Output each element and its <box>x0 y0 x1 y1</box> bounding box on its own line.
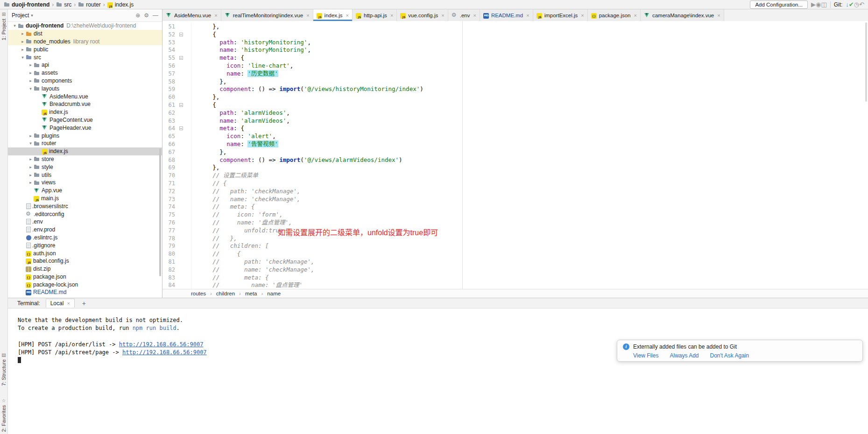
editor-scrollbar[interactable] <box>865 22 867 102</box>
tree-chevron-icon[interactable]: ▾ <box>28 86 34 91</box>
tab-close-icon[interactable]: × <box>441 13 444 18</box>
code-breadcrumb-meta[interactable]: meta <box>245 291 257 296</box>
breadcrumb-item-duoji-frontend[interactable]: duoji-frontend <box>4 1 49 8</box>
fold-marker-icon[interactable]: − <box>179 56 183 60</box>
tree-chevron-icon[interactable]: ▸ <box>20 47 26 52</box>
tree-item-package-lock.json[interactable]: package-lock.json <box>8 280 162 288</box>
tree-item-style[interactable]: ▸style <box>8 163 162 171</box>
tree-item-dist.zip[interactable]: dist.zip <box>8 265 162 273</box>
tree-item-components[interactable]: ▸components <box>8 77 162 85</box>
tree-item-assets[interactable]: ▸assets <box>8 69 162 77</box>
tree-item-duoji-frontend[interactable]: ▾duoji-frontendD:\zheheWeb\duoji-fronten… <box>8 22 162 30</box>
breadcrumb-item-src[interactable]: src <box>56 1 71 8</box>
project-panel-title[interactable]: Project <box>12 12 29 19</box>
code-editor[interactable]: 51 },52− {53 path: 'historyMonitoring',5… <box>162 21 868 289</box>
tree-item-dist[interactable]: ▸dist <box>8 30 162 38</box>
tab-close-icon[interactable]: × <box>306 13 309 18</box>
tree-item-src[interactable]: ▾src <box>8 53 162 61</box>
terminal-tab-local[interactable]: Local × <box>46 299 75 308</box>
run-icon[interactable]: ▶ <box>811 1 816 8</box>
breadcrumb-item-index.js[interactable]: index.js <box>107 1 134 8</box>
tree-item-node_modules[interactable]: ▸node_moduleslibrary root <box>8 38 162 46</box>
tree-item-views[interactable]: ▸views <box>8 179 162 187</box>
terminal-output[interactable]: Note that the development build is not o… <box>8 308 868 434</box>
editor-tab-http-api.js[interactable]: http-api.js× <box>353 9 397 21</box>
tree-item-pageheader.vue[interactable]: PageHeader.vue <box>8 124 162 132</box>
tab-close-icon[interactable]: × <box>581 13 584 18</box>
editor-tab-vue.config.js[interactable]: vue.config.js× <box>397 9 448 21</box>
tree-item-package.json[interactable]: package.json <box>8 273 162 281</box>
editor-tab-cameramanage-index.vue[interactable]: cameraManage\index.vue× <box>641 9 724 21</box>
project-scrollbar[interactable] <box>159 148 161 276</box>
tree-item-.env[interactable]: .env <box>8 218 162 226</box>
tree-chevron-icon[interactable]: ▾ <box>12 23 18 28</box>
fold-marker-icon[interactable]: − <box>179 126 183 130</box>
tree-chevron-icon[interactable]: ▸ <box>28 180 34 185</box>
terminal-link[interactable]: http://192.168.66.56:9007 <box>119 341 204 348</box>
editor-tab-index.js[interactable]: index.js× <box>313 9 353 21</box>
locate-icon[interactable]: ⊕ <box>135 12 140 19</box>
notification-action-view-files[interactable]: View Files <box>633 352 658 359</box>
tree-chevron-icon[interactable]: ▸ <box>28 133 34 138</box>
notification-action-don-t-ask-again[interactable]: Don't Ask Again <box>710 352 749 359</box>
tree-item-.gitignore[interactable]: .gitignore <box>8 241 162 249</box>
tree-item-auth.json[interactable]: auth.json <box>8 249 162 257</box>
editor-tab-.env[interactable]: .env× <box>448 9 480 21</box>
tree-chevron-icon[interactable]: ▸ <box>28 165 34 169</box>
tree-item-readme.md[interactable]: README.md <box>8 288 162 296</box>
hide-panel-icon[interactable]: — <box>153 12 158 19</box>
tree-item-index.js[interactable]: index.js <box>8 108 162 116</box>
add-configuration-button[interactable]: Add Configuration... <box>750 0 808 9</box>
tree-chevron-icon[interactable]: ▸ <box>28 78 34 83</box>
tree-item-index.js[interactable]: index.js <box>8 147 162 155</box>
code-breadcrumb-name[interactable]: name <box>267 291 281 296</box>
structure-tool-button[interactable]: ▤ 7: Structure <box>1 352 7 386</box>
tree-chevron-icon[interactable]: ▸ <box>28 157 34 161</box>
tree-chevron-icon[interactable]: ▾ <box>20 55 26 60</box>
tree-item-app.vue[interactable]: App.vue <box>8 187 162 195</box>
tree-chevron-icon[interactable]: ▸ <box>28 70 34 75</box>
tree-chevron-icon[interactable]: ▸ <box>28 173 34 177</box>
new-terminal-session-icon[interactable]: + <box>80 300 88 307</box>
tree-item-babel.config.js[interactable]: babel.config.js <box>8 257 162 265</box>
tree-item-layouts[interactable]: ▾layouts <box>8 84 162 92</box>
terminal-link[interactable]: http://192.168.66.56:9007 <box>122 349 207 356</box>
tree-item-utils[interactable]: ▸utils <box>8 171 162 179</box>
commit-icon[interactable]: ✔ <box>849 1 854 8</box>
debug-icon[interactable]: ◉ <box>816 1 821 8</box>
tree-item-.env.prod[interactable]: .env.prod <box>8 226 162 234</box>
editor-tab-readme.md[interactable]: README.md× <box>480 9 533 21</box>
close-icon[interactable]: × <box>67 301 70 306</box>
tree-item-plugins[interactable]: ▸plugins <box>8 132 162 140</box>
favorites-tool-button[interactable]: ☆ 2: Favorites <box>1 398 7 432</box>
breadcrumb-item-router[interactable]: router <box>78 1 100 8</box>
fold-marker-icon[interactable]: − <box>179 103 183 107</box>
tab-close-icon[interactable]: × <box>526 13 529 18</box>
gear-icon[interactable]: ⚙ <box>144 12 149 19</box>
tab-close-icon[interactable]: × <box>634 13 636 18</box>
tree-chevron-icon[interactable]: ▸ <box>20 31 26 36</box>
history-icon[interactable]: ◷ <box>854 1 859 8</box>
code-breadcrumb-routes[interactable]: routes <box>191 291 206 296</box>
rollback-icon[interactable]: ↶ <box>859 1 864 8</box>
tab-close-icon[interactable]: × <box>346 13 349 18</box>
tree-item-store[interactable]: ▸store <box>8 155 162 163</box>
editor-tab-realtimemonitoring-index.vue[interactable]: realTimeMonitoring\index.vue× <box>221 9 313 21</box>
tree-item-api[interactable]: ▸api <box>8 61 162 69</box>
editor-tab-importexcel.js[interactable]: importExcel.js× <box>533 9 588 21</box>
tab-close-icon[interactable]: × <box>717 13 720 18</box>
editor-tab-package.json[interactable]: package.json× <box>588 9 641 21</box>
tree-item-.browserslistrc[interactable]: .browserslistrc <box>8 202 162 210</box>
editor-tab-asidemenu.vue[interactable]: AsideMenu.vue× <box>162 9 221 21</box>
tree-item-pagecontent.vue[interactable]: PageContent.vue <box>8 116 162 124</box>
tree-chevron-icon[interactable]: ▸ <box>28 63 34 67</box>
tree-item-.eslintrc.js[interactable]: .eslintrc.js <box>8 234 162 242</box>
code-breadcrumb-children[interactable]: children <box>216 291 235 296</box>
tab-close-icon[interactable]: × <box>473 13 476 18</box>
notification-action-always-add[interactable]: Always Add <box>670 352 699 359</box>
tree-item-main.js[interactable]: main.js <box>8 195 162 203</box>
tab-close-icon[interactable]: × <box>214 13 217 18</box>
tree-item-public[interactable]: ▸public <box>8 45 162 53</box>
tree-chevron-icon[interactable]: ▾ <box>28 141 34 146</box>
tree-item-breadcrumb.vue[interactable]: Breadcrumb.vue <box>8 100 162 108</box>
